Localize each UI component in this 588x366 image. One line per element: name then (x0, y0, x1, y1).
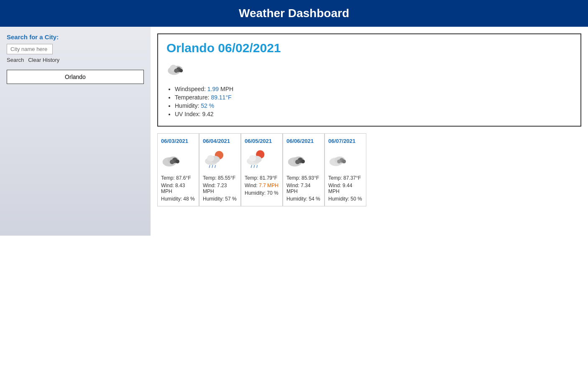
forecast-temp-0: Temp: 87.6°F (161, 175, 195, 181)
svg-point-34 (337, 160, 341, 163)
forecast-wind-2: Wind: 7.7 MPH (245, 183, 279, 188)
windspeed-item: Windspeed: 1.99 MPH (175, 86, 572, 92)
forecast-humidity-3: Humidity: 54 % (286, 196, 321, 202)
forecast-wind-0: Wind: 8.43 MPH (161, 183, 195, 194)
forecast-wind-4: Wind: 9.44 MPH (328, 183, 363, 194)
forecast-date-3: 06/06/2021 (286, 138, 321, 144)
forecast-card-0: 06/03/2021 Temp: 87.6°F Wind: 8.43 MPH H… (157, 133, 199, 206)
search-button[interactable]: Search (7, 57, 24, 63)
forecast-date-0: 06/03/2021 (161, 138, 195, 144)
clear-history-button[interactable]: Clear History (28, 57, 59, 63)
svg-point-4 (179, 69, 183, 72)
forecast-humidity-4: Humidity: 50 % (328, 196, 363, 202)
temperature-item: Temperature: 89.11°F (175, 94, 572, 101)
forecast-icon-3 (286, 147, 321, 172)
today-details: Windspeed: 1.99 MPH Temperature: 89.11°F… (166, 86, 572, 117)
svg-line-16 (212, 165, 213, 168)
forecast-card-3: 06/06/2021 Temp: 85.93°F Wind: 7.34 MPH … (283, 133, 325, 206)
forecast-card-2: 06/05/2021 Temp: 81.79°F Wind: 7.7 MPH (241, 133, 283, 206)
svg-point-33 (342, 160, 346, 163)
search-input[interactable] (7, 44, 53, 54)
svg-point-28 (301, 160, 305, 163)
forecast-date-4: 06/07/2021 (328, 138, 363, 144)
content-area: Orlando 06/02/2021 Windspeed: 1.99 MPH (151, 27, 588, 236)
uv-index-item: UV Index: 9.42 (175, 111, 572, 117)
forecast-card-1: 06/04/2021 Temp: 85.55°F Wind: 7.23 MPH … (199, 133, 241, 206)
forecast-temp-3: Temp: 85.93°F (286, 175, 321, 181)
svg-line-22 (251, 165, 252, 168)
forecast-temp-2: Temp: 81.79°F (245, 175, 279, 181)
page-header: Weather Dashboard (0, 0, 588, 27)
today-title: Orlando 06/02/2021 (166, 41, 572, 55)
humidity-item: Humidity: 52 % (175, 102, 572, 109)
forecast-humidity-0: Humidity: 48 % (161, 196, 195, 202)
svg-point-29 (295, 160, 300, 164)
header-title: Weather Dashboard (239, 7, 349, 20)
forecast-icon-1 (203, 147, 237, 172)
svg-line-24 (257, 165, 258, 168)
forecast-date-1: 06/04/2021 (203, 138, 237, 144)
svg-point-5 (174, 69, 178, 73)
svg-point-10 (170, 160, 174, 164)
forecast-temp-4: Temp: 87.37°F (328, 175, 363, 181)
svg-line-17 (215, 165, 216, 168)
forecast-icon-4 (328, 147, 363, 172)
sidebar-search-title: Search for a City: (7, 33, 144, 41)
forecast-humidity-2: Humidity: 70 % (245, 190, 279, 196)
forecast-row: 06/03/2021 Temp: 87.6°F Wind: 8.43 MPH H… (157, 133, 581, 206)
today-weather-icon (166, 58, 572, 82)
forecast-card-4: 06/07/2021 Temp: 87.37°F Wind: 9.44 MPH … (325, 133, 366, 206)
forecast-wind-1: Wind: 7.23 MPH (203, 183, 237, 194)
forecast-date-2: 06/05/2021 (245, 138, 279, 144)
history-item-orlando[interactable]: Orlando (7, 70, 144, 84)
forecast-icon-2 (245, 147, 279, 172)
svg-point-9 (176, 160, 179, 163)
svg-point-21 (249, 155, 256, 161)
forecast-humidity-1: Humidity: 57 % (203, 196, 237, 202)
svg-point-14 (207, 155, 214, 161)
sidebar: Search for a City: Search Clear History … (0, 27, 151, 236)
svg-line-15 (209, 165, 210, 168)
forecast-wind-3: Wind: 7.34 MPH (286, 183, 321, 194)
search-buttons: Search Clear History (7, 57, 144, 63)
svg-line-23 (254, 165, 255, 168)
today-card: Orlando 06/02/2021 Windspeed: 1.99 MPH (157, 33, 581, 127)
forecast-temp-1: Temp: 85.55°F (203, 175, 237, 181)
forecast-icon-0 (161, 147, 195, 172)
main-layout: Search for a City: Search Clear History … (0, 27, 588, 236)
